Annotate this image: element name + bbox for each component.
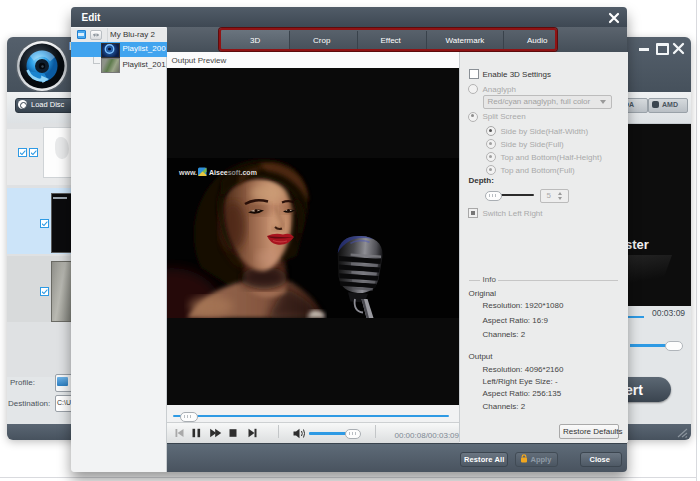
svg-text:Aiseesoft.com: Aiseesoft.com	[209, 169, 257, 176]
svg-text:www.: www.	[178, 169, 197, 176]
